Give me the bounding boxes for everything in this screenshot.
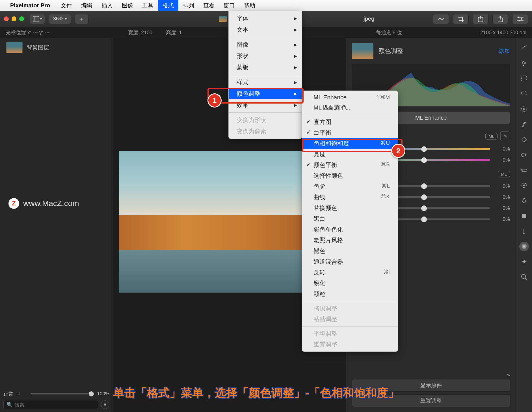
submenu-item[interactable]: 色相和饱和度⌘U xyxy=(302,138,398,149)
info-height: 高度: 1 xyxy=(166,29,182,36)
file-ext: jpeg xyxy=(364,16,374,22)
eraser-tool-icon[interactable] xyxy=(519,150,529,160)
zoom-tool-icon[interactable] xyxy=(519,272,529,282)
add-adjustment-button[interactable]: 添加 xyxy=(499,47,510,55)
submenu-item[interactable]: ✓直方图 xyxy=(302,117,398,127)
eyedropper-button[interactable]: ✎ xyxy=(500,131,510,141)
submenu-item[interactable]: 黑白 xyxy=(302,213,398,224)
submenu-item[interactable]: 替换颜色 xyxy=(302,203,398,213)
fill-tool-icon[interactable] xyxy=(519,135,529,144)
dimensions: 2100 x 1400 300 dpi xyxy=(480,30,526,36)
menu-insert[interactable]: 插入 xyxy=(97,0,117,11)
submenu-item[interactable]: 色阶⌘L xyxy=(302,181,398,192)
color-adjust-tool-button[interactable] xyxy=(433,14,449,24)
minimize-window-button[interactable] xyxy=(12,16,16,21)
submenu-item[interactable]: 褪色 xyxy=(302,246,398,256)
format-menu-item[interactable]: 蒙版▶ xyxy=(229,62,302,73)
text-tool-icon[interactable]: T xyxy=(519,226,529,236)
more-icon[interactable]: » xyxy=(507,372,510,378)
select-tool-icon[interactable] xyxy=(519,74,529,83)
format-menu-item[interactable]: 颜色调整▶ xyxy=(229,88,302,99)
menu-edit[interactable]: 编辑 xyxy=(77,0,97,11)
ml-chip-2[interactable]: ML xyxy=(498,171,510,177)
format-menu-item[interactable]: 形状▶ xyxy=(229,50,302,62)
inspector-thumbnail-icon xyxy=(352,43,373,59)
menu-image[interactable]: 图像 xyxy=(117,0,138,11)
close-window-button[interactable] xyxy=(4,16,9,21)
pen-tool-icon[interactable] xyxy=(519,196,529,205)
magic-wand-icon[interactable] xyxy=(519,104,529,114)
layers-filter-button[interactable]: ≡ xyxy=(101,400,109,409)
add-button[interactable]: ＋ xyxy=(75,14,88,24)
submenu-item[interactable]: ML Enhance⇧⌘M xyxy=(302,93,398,102)
smudge-tool-icon[interactable] xyxy=(519,181,529,190)
layer-name: 背景图层 xyxy=(27,44,49,52)
submenu-item[interactable]: 老照片风格 xyxy=(302,235,398,246)
svg-rect-14 xyxy=(521,153,526,157)
document-thumb-icon xyxy=(219,16,227,22)
opacity-value: 100% xyxy=(97,391,109,397)
submenu-item[interactable]: 颗粒 xyxy=(302,289,398,299)
app-name: Pixelmator Pro xyxy=(10,2,50,9)
submenu-item: 平坦调整 xyxy=(302,328,398,339)
effects-tool-icon[interactable]: ✦ xyxy=(519,257,529,267)
arrange-tool-icon[interactable] xyxy=(519,58,529,68)
submenu-item[interactable]: ✓颜色平衡⌘B xyxy=(302,160,398,170)
repair-tool-icon[interactable] xyxy=(519,165,529,175)
menu-file[interactable]: 文件 xyxy=(56,0,77,11)
format-menu-item: 变换为形状 xyxy=(229,114,302,126)
submenu-item[interactable]: 选择性颜色 xyxy=(302,170,398,181)
format-menu-item[interactable]: 字体▶ xyxy=(229,13,302,24)
menu-help[interactable]: 帮助 xyxy=(239,0,260,11)
style-tool-icon[interactable] xyxy=(519,43,529,53)
sidebar-toggle-button[interactable]: ▾ xyxy=(30,14,45,24)
layers-panel: 背景图层 正常 ⇅ 100% 🔍 搜索 ≡ xyxy=(0,38,113,412)
share-button[interactable] xyxy=(492,14,508,24)
svg-point-5 xyxy=(518,16,520,18)
svg-point-12 xyxy=(522,106,527,111)
svg-rect-0 xyxy=(33,16,39,22)
toolstrip: T ✦ xyxy=(516,38,532,412)
submenu-item[interactable]: 曲线⌘K xyxy=(302,192,398,203)
zoom-dropdown[interactable]: 36%▾ xyxy=(49,14,71,24)
svg-point-19 xyxy=(523,184,525,186)
svg-point-9 xyxy=(519,20,520,21)
submenu-item[interactable]: 亮度 xyxy=(302,149,398,160)
submenu-item[interactable]: 彩色单色化 xyxy=(302,224,398,235)
layers-search-input[interactable]: 🔍 搜索 xyxy=(3,400,98,409)
color-adjust-submenu: ML Enhance⇧⌘MML 匹配颜色...✓直方图✓白平衡色相和饱和度⌘U亮… xyxy=(302,91,398,352)
format-menu-item[interactable]: 文本▶ xyxy=(229,24,302,35)
format-menu-item[interactable]: 效果▶ xyxy=(229,99,302,111)
menu-arrange[interactable]: 排列 xyxy=(178,0,199,11)
annotation-circle-1: 1 xyxy=(207,93,222,108)
color-adjust-icon[interactable] xyxy=(519,242,529,251)
shape-tool-icon[interactable] xyxy=(519,211,529,221)
format-menu-item[interactable]: 样式▶ xyxy=(229,77,302,88)
submenu-item[interactable]: ML 匹配颜色... xyxy=(302,102,398,113)
submenu-item[interactable]: 通道混合器 xyxy=(302,256,398,267)
zoom-window-button[interactable] xyxy=(19,16,24,21)
ml-chip[interactable]: ML xyxy=(485,133,498,140)
layer-row[interactable]: 背景图层 xyxy=(0,38,113,57)
svg-point-23 xyxy=(522,246,526,249)
menu-view[interactable]: 查看 xyxy=(199,0,219,11)
brush-tool-icon[interactable] xyxy=(519,119,529,129)
crop-tool-button[interactable] xyxy=(453,14,469,24)
menu-tools[interactable]: 工具 xyxy=(138,0,158,11)
cursor-position: 光标位置 x: --- y: --- xyxy=(6,29,50,36)
submenu-item[interactable]: 反转⌘I xyxy=(302,267,398,278)
submenu-item[interactable]: ✓白平衡 xyxy=(302,127,398,138)
opacity-slider[interactable] xyxy=(31,393,94,394)
lasso-tool-icon[interactable] xyxy=(519,89,529,98)
annotation-circle-2: 2 xyxy=(391,144,405,158)
export-button[interactable] xyxy=(473,14,488,24)
menu-window[interactable]: 窗口 xyxy=(219,0,239,11)
settings-button[interactable] xyxy=(512,14,528,24)
submenu-item[interactable]: 锐化 xyxy=(302,278,398,289)
svg-line-25 xyxy=(525,278,527,280)
menu-format[interactable]: 格式 xyxy=(158,0,178,11)
blend-mode-dropdown[interactable]: 正常 xyxy=(3,390,14,397)
svg-point-7 xyxy=(521,18,522,20)
tint-value: 0% xyxy=(494,157,510,163)
format-menu-item[interactable]: 图像▶ xyxy=(229,39,302,50)
